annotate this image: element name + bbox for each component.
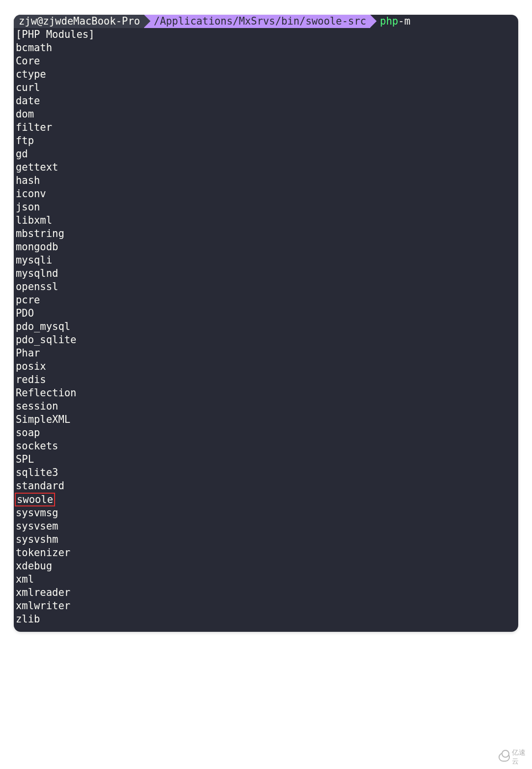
module-line: Reflection xyxy=(16,386,518,400)
module-line: mysqlnd xyxy=(16,267,518,280)
module-line: date xyxy=(16,94,518,108)
watermark-text: 亿速云 xyxy=(512,748,530,766)
module-line: bcmath xyxy=(16,41,518,55)
module-line: gd xyxy=(16,148,518,161)
command-args: -m xyxy=(398,15,411,28)
module-line: standard xyxy=(16,479,518,493)
module-line: mysqli xyxy=(16,254,518,267)
module-line: ftp xyxy=(16,134,518,148)
module-line: xmlreader xyxy=(16,586,518,599)
module-line: pcre xyxy=(16,294,518,307)
highlighted-module: swoole xyxy=(15,493,55,506)
module-line: hash xyxy=(16,174,518,187)
cloud-icon xyxy=(499,753,510,762)
module-line: zlib xyxy=(16,613,518,626)
prompt-path: /Applications/MxSrvs/bin/swoole-src xyxy=(154,15,366,28)
module-line: gettext xyxy=(16,161,518,174)
prompt-line: zjw@zjwdeMacBook-Pro /Applications/MxSrv… xyxy=(14,15,518,28)
prompt-user: zjw@zjwdeMacBook-Pro xyxy=(19,15,140,28)
module-line: soap xyxy=(16,426,518,440)
module-line: sqlite3 xyxy=(16,466,518,479)
prompt-path-segment: /Applications/MxSrvs/bin/swoole-src xyxy=(144,15,370,28)
module-line: sysvmsg xyxy=(16,506,518,520)
module-line: json xyxy=(16,201,518,214)
terminal-output: [PHP Modules] bcmathCorectypecurldatedom… xyxy=(14,28,518,626)
module-line: filter xyxy=(16,121,518,134)
prompt-user-segment: zjw@zjwdeMacBook-Pro xyxy=(14,15,144,28)
module-line: redis xyxy=(16,373,518,386)
command-binary: php xyxy=(380,15,398,28)
module-line: PDO xyxy=(16,307,518,320)
module-line: xmlwriter xyxy=(16,599,518,613)
module-line: sysvsem xyxy=(16,520,518,533)
module-line: session xyxy=(16,400,518,413)
module-line: mbstring xyxy=(16,227,518,240)
module-line: pdo_mysql xyxy=(16,320,518,333)
module-line: Core xyxy=(16,55,518,68)
module-line: iconv xyxy=(16,187,518,201)
module-line: SimpleXML xyxy=(16,413,518,426)
watermark: 亿速云 xyxy=(414,641,532,769)
module-line: mongodb xyxy=(16,240,518,254)
module-line: pdo_sqlite xyxy=(16,333,518,347)
module-line: Phar xyxy=(16,347,518,360)
module-line: xdebug xyxy=(16,560,518,573)
module-line: SPL xyxy=(16,453,518,466)
module-line: sockets xyxy=(16,440,518,453)
terminal-window[interactable]: zjw@zjwdeMacBook-Pro /Applications/MxSrv… xyxy=(14,15,518,632)
module-line: xml xyxy=(16,573,518,586)
module-line: tokenizer xyxy=(16,546,518,560)
module-line: posix xyxy=(16,360,518,373)
module-line: ctype xyxy=(16,68,518,81)
module-line: curl xyxy=(16,81,518,94)
module-line: libxml xyxy=(16,214,518,227)
module-line: openssl xyxy=(16,280,518,294)
module-list: bcmathCorectypecurldatedomfilterftpgdget… xyxy=(16,41,518,626)
module-line: sysvshm xyxy=(16,533,518,546)
module-line: swoole xyxy=(16,493,518,506)
module-line: dom xyxy=(16,108,518,121)
output-header: [PHP Modules] xyxy=(16,28,518,41)
